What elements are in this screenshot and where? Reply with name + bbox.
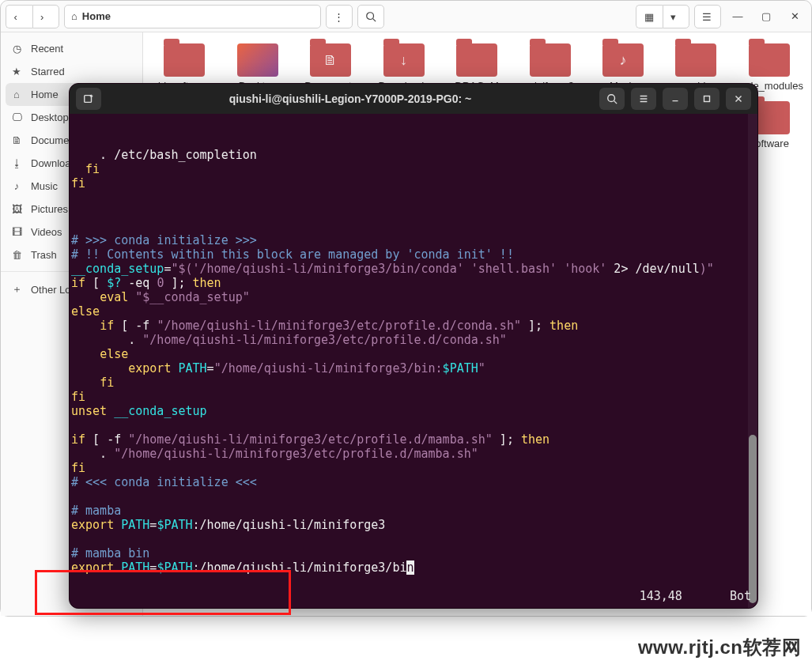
image-icon: 🖼 [10,203,23,215]
folder-icon: ♪ [602,43,644,77]
svg-line-6 [614,101,617,104]
terminal-minimize-button[interactable] [663,88,688,110]
terminal-window: qiushi-li@qiushili-Legion-Y7000P-2019-PG… [69,83,758,609]
view-dropdown-button[interactable]: ▾ [663,5,689,28]
video-icon: 🎞 [10,226,23,238]
terminal-body[interactable]: . /etc/bash_completion fifi # >>> conda … [70,114,757,608]
star-icon: ★ [10,66,23,77]
sidebar-item-recent[interactable]: ◷Recent [1,37,142,60]
plus-icon: ＋ [10,282,23,296]
terminal-header: qiushi-li@qiushili-Legion-Y7000P-2019-PG… [70,84,757,114]
sidebar-item-label: Pictures [31,203,68,215]
maximize-icon: ▢ [761,10,771,22]
clock-icon: ◷ [10,43,23,55]
music-icon: ♪ [10,180,23,192]
annotation-box [35,570,291,615]
doc-icon: 🗎 [10,134,23,146]
folder-icon [675,43,716,77]
search-icon [606,93,617,104]
close-icon [733,93,744,104]
back-button[interactable]: ‹ [6,5,32,28]
terminal-scrollbar[interactable] [748,114,757,608]
svg-rect-11 [704,96,710,102]
minimize-button[interactable]: — [726,5,750,28]
chevron-down-icon: ▾ [670,11,682,22]
folder-icon: ↓ [383,43,425,77]
scroll-position: Bot [730,589,751,603]
svg-line-1 [372,18,376,21]
breadcrumb-label: Home [82,10,111,22]
maximize-icon [701,93,712,104]
terminal-close-button[interactable] [726,88,751,110]
forward-button[interactable]: › [32,5,59,28]
folder-icon [237,43,278,77]
search-icon [365,11,376,22]
hamburger-icon [638,93,649,104]
svg-point-5 [608,95,615,102]
sidebar-item-label: Videos [31,226,62,238]
scrollbar-thumb[interactable] [749,435,757,603]
trash-icon: 🗑 [10,249,23,261]
svg-point-0 [366,12,373,19]
sidebar-item-label: Recent [31,43,63,55]
terminal-text: . /etc/bash_completion fifi # >>> conda … [71,148,752,575]
close-button[interactable]: ✕ [783,5,806,28]
terminal-title: qiushi-li@qiushili-Legion-Y7000P-2019-PG… [108,92,593,105]
grid-icon: ▦ [644,11,655,22]
terminal-maximize-button[interactable] [694,88,719,110]
maximize-button[interactable]: ▢ [754,5,778,28]
down-icon: ⭳ [10,157,23,169]
minimize-icon [670,93,681,104]
watermark-text: www.rjtj.cn软荐网 [638,635,801,660]
sidebar-item-label: Desktop [31,111,69,123]
folder-icon: 🗎 [310,43,351,77]
new-tab-icon [83,93,94,104]
hamburger-icon: ☰ [702,11,713,22]
sidebar-item-starred[interactable]: ★Starred [1,60,142,83]
folder-icon [456,43,497,77]
monitor-icon: 🖵 [10,111,23,123]
close-icon: ✕ [791,10,799,22]
folder-icon [164,43,205,77]
kebab-menu-button[interactable]: ⋮ [326,5,353,28]
breadcrumb[interactable]: ⌂ Home [64,5,321,28]
chevron-left-icon: ‹ [14,11,25,22]
sidebar-item-label: Trash [31,249,57,261]
new-tab-button[interactable] [76,88,101,110]
view-mode-buttons: ▦ ▾ [636,5,689,28]
sidebar-item-label: Home [31,89,59,100]
nav-buttons: ‹ › [6,5,59,28]
terminal-search-button[interactable] [599,88,625,110]
home-icon: ⌂ [10,89,23,100]
hamburger-menu-button[interactable]: ☰ [694,5,721,28]
sidebar-item-label: Starred [31,66,65,77]
folder-icon [530,43,571,77]
chevron-right-icon: › [40,11,51,22]
folder-icon [749,43,790,77]
search-button[interactable] [357,5,384,28]
files-header: ‹ › ⌂ Home ⋮ ▦ ▾ ☰ — ▢ ✕ [1,1,811,32]
grid-view-button[interactable]: ▦ [636,5,663,28]
cursor-position: 143,48 [640,589,682,603]
minimize-icon: — [733,10,743,22]
home-icon: ⌂ [71,10,77,22]
terminal-menu-button[interactable] [631,88,656,110]
sidebar-item-label: Music [31,180,58,192]
kebab-icon: ⋮ [334,11,345,22]
